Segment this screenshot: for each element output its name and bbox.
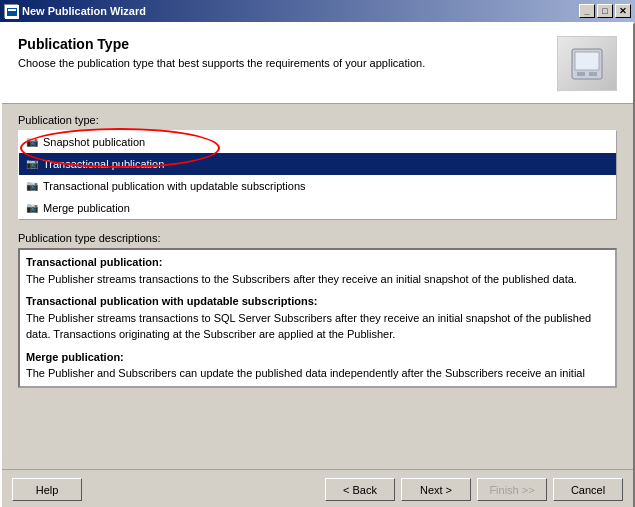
desc-transactional-updatable: Transactional publication with updatable… xyxy=(26,293,609,343)
title-bar-text: New Publication Wizard xyxy=(22,5,579,17)
pub-type-list[interactable]: 📷 Snapshot publication 📷 Transactional p… xyxy=(18,130,617,220)
content-area: Publication type: 📷 Snapshot publication… xyxy=(2,104,633,398)
page-title: Publication Type xyxy=(18,36,547,52)
desc-section-label: Publication type descriptions: xyxy=(18,232,617,244)
finish-button[interactable]: Finish >> xyxy=(477,478,547,501)
desc-merge-body: The Publisher and Subscribers can update… xyxy=(26,367,585,388)
snapshot-icon: 📷 xyxy=(25,135,39,149)
header-graphic xyxy=(557,36,617,91)
description-box: Transactional publication: The Publisher… xyxy=(18,248,617,388)
desc-transactional-updatable-title: Transactional publication with updatable… xyxy=(26,295,318,307)
header-subtitle: Choose the publication type that best su… xyxy=(18,56,547,71)
svg-rect-4 xyxy=(575,52,599,70)
transactional-updatable-icon: 📷 xyxy=(25,179,39,193)
desc-merge-title: Merge publication: xyxy=(26,351,124,363)
main-window: Publication Type Choose the publication … xyxy=(0,22,635,507)
merge-label: Merge publication xyxy=(43,199,130,217)
title-bar: New Publication Wizard _ □ ✕ xyxy=(0,0,635,22)
transactional-icon: 📷 xyxy=(25,157,39,171)
next-button[interactable]: Next > xyxy=(401,478,471,501)
cancel-button[interactable]: Cancel xyxy=(553,478,623,501)
list-item-snapshot[interactable]: 📷 Snapshot publication xyxy=(19,131,616,153)
desc-transactional-body: The Publisher streams transactions to th… xyxy=(26,273,577,285)
help-button[interactable]: Help xyxy=(12,478,82,501)
header-text: Publication Type Choose the publication … xyxy=(18,36,547,71)
header-area: Publication Type Choose the publication … xyxy=(2,24,633,104)
back-button[interactable]: < Back xyxy=(325,478,395,501)
svg-rect-6 xyxy=(589,72,597,76)
desc-merge: Merge publication: The Publisher and Sub… xyxy=(26,349,609,389)
transactional-label: Transactional publication xyxy=(43,155,164,173)
list-item-transactional-updatable[interactable]: 📷 Transactional publication with updatab… xyxy=(19,175,616,197)
svg-rect-5 xyxy=(577,72,585,76)
annotation-overlay: 📷 Snapshot publication 📷 Transactional p… xyxy=(18,130,617,220)
main-container: Publication Type Choose the publication … xyxy=(2,24,633,507)
list-item-merge[interactable]: 📷 Merge publication xyxy=(19,197,616,219)
desc-transactional-updatable-body: The Publisher streams transactions to SQ… xyxy=(26,312,591,341)
desc-transactional: Transactional publication: The Publisher… xyxy=(26,254,609,287)
button-bar: Help < Back Next > Finish >> Cancel xyxy=(2,469,633,507)
desc-transactional-title: Transactional publication: xyxy=(26,256,162,268)
minimize-button[interactable]: _ xyxy=(579,4,595,18)
close-button[interactable]: ✕ xyxy=(615,4,631,18)
merge-icon: 📷 xyxy=(25,201,39,215)
pub-type-label: Publication type: xyxy=(18,114,617,126)
maximize-button[interactable]: □ xyxy=(597,4,613,18)
snapshot-label: Snapshot publication xyxy=(43,133,145,151)
list-item-transactional[interactable]: 📷 Transactional publication xyxy=(19,153,616,175)
transactional-updatable-label: Transactional publication with updatable… xyxy=(43,177,306,195)
wizard-icon xyxy=(4,4,18,18)
svg-rect-2 xyxy=(8,9,16,11)
title-bar-buttons: _ □ ✕ xyxy=(579,4,631,18)
